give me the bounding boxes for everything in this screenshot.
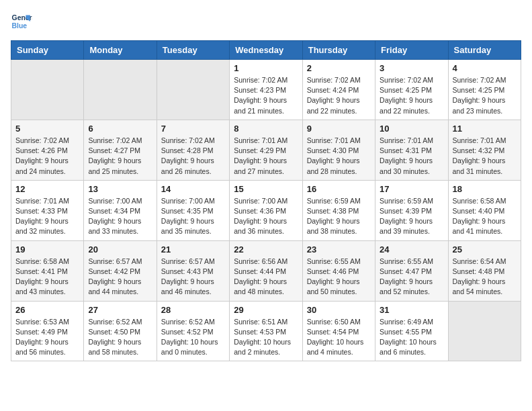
day-number: 13 (88, 184, 152, 194)
calendar-cell: 18Sunrise: 6:58 AMSunset: 4:40 PMDayligh… (448, 180, 521, 240)
day-number: 30 (307, 305, 371, 315)
calendar-cell (11, 60, 84, 120)
calendar-table: SundayMondayTuesdayWednesdayThursdayFrid… (11, 40, 521, 361)
calendar-week-4: 19Sunrise: 6:58 AMSunset: 4:41 PMDayligh… (11, 240, 521, 301)
day-number: 4 (453, 63, 517, 73)
calendar-cell: 20Sunrise: 6:57 AMSunset: 4:42 PMDayligh… (84, 240, 157, 301)
column-header-sunday: Sunday (11, 41, 84, 60)
calendar-cell: 11Sunrise: 7:01 AMSunset: 4:32 PMDayligh… (448, 120, 521, 180)
calendar-cell: 8Sunrise: 7:01 AMSunset: 4:29 PMDaylight… (230, 120, 302, 180)
calendar-cell: 2Sunrise: 7:02 AMSunset: 4:24 PMDaylight… (302, 60, 375, 120)
day-number: 27 (88, 305, 152, 315)
day-number: 17 (380, 184, 443, 194)
calendar-cell: 10Sunrise: 7:01 AMSunset: 4:31 PMDayligh… (375, 120, 448, 180)
day-number: 9 (307, 124, 371, 134)
day-number: 18 (453, 184, 517, 194)
calendar-cell: 16Sunrise: 6:59 AMSunset: 4:38 PMDayligh… (302, 180, 375, 240)
day-info: Sunrise: 6:50 AMSunset: 4:54 PMDaylight:… (307, 317, 371, 358)
day-number: 25 (453, 244, 517, 255)
calendar-header: SundayMondayTuesdayWednesdayThursdayFrid… (11, 41, 521, 60)
day-info: Sunrise: 7:00 AMSunset: 4:34 PMDaylight:… (88, 196, 152, 237)
column-header-thursday: Thursday (302, 41, 375, 60)
calendar-cell: 15Sunrise: 7:00 AMSunset: 4:36 PMDayligh… (230, 180, 302, 240)
calendar-cell: 31Sunrise: 6:49 AMSunset: 4:55 PMDayligh… (375, 301, 448, 361)
calendar-cell: 19Sunrise: 6:58 AMSunset: 4:41 PMDayligh… (11, 240, 84, 301)
day-number: 24 (380, 244, 443, 255)
day-info: Sunrise: 7:01 AMSunset: 4:30 PMDaylight:… (307, 136, 371, 177)
calendar-cell: 6Sunrise: 7:02 AMSunset: 4:27 PMDaylight… (84, 120, 157, 180)
day-number: 11 (453, 124, 517, 134)
calendar-cell (157, 60, 229, 120)
day-number: 29 (234, 305, 298, 315)
day-info: Sunrise: 7:00 AMSunset: 4:35 PMDaylight:… (161, 196, 225, 237)
day-info: Sunrise: 7:01 AMSunset: 4:32 PMDaylight:… (453, 136, 517, 177)
day-info: Sunrise: 7:02 AMSunset: 4:25 PMDaylight:… (380, 75, 443, 116)
day-info: Sunrise: 6:59 AMSunset: 4:38 PMDaylight:… (307, 196, 371, 237)
day-number: 16 (307, 184, 371, 194)
calendar-cell: 30Sunrise: 6:50 AMSunset: 4:54 PMDayligh… (302, 301, 375, 361)
day-number: 31 (380, 305, 443, 315)
day-info: Sunrise: 6:51 AMSunset: 4:53 PMDaylight:… (234, 317, 298, 358)
calendar-cell: 3Sunrise: 7:02 AMSunset: 4:25 PMDaylight… (375, 60, 448, 120)
day-number: 12 (15, 184, 79, 194)
calendar-cell: 28Sunrise: 6:52 AMSunset: 4:52 PMDayligh… (157, 301, 229, 361)
day-info: Sunrise: 6:58 AMSunset: 4:41 PMDaylight:… (15, 257, 79, 298)
day-number: 22 (234, 244, 298, 255)
calendar-cell: 24Sunrise: 6:55 AMSunset: 4:47 PMDayligh… (375, 240, 448, 301)
calendar-cell (448, 301, 521, 361)
calendar-cell: 9Sunrise: 7:01 AMSunset: 4:30 PMDaylight… (302, 120, 375, 180)
day-number: 7 (161, 124, 225, 134)
day-number: 5 (15, 124, 79, 134)
day-number: 3 (380, 63, 443, 73)
day-info: Sunrise: 6:49 AMSunset: 4:55 PMDaylight:… (380, 317, 443, 358)
calendar-cell: 5Sunrise: 7:02 AMSunset: 4:26 PMDaylight… (11, 120, 84, 180)
column-header-monday: Monday (84, 41, 157, 60)
calendar-cell: 12Sunrise: 7:01 AMSunset: 4:33 PMDayligh… (11, 180, 84, 240)
calendar-cell: 26Sunrise: 6:53 AMSunset: 4:49 PMDayligh… (11, 301, 84, 361)
day-number: 19 (15, 244, 79, 255)
day-info: Sunrise: 6:54 AMSunset: 4:48 PMDaylight:… (453, 257, 517, 298)
day-info: Sunrise: 7:00 AMSunset: 4:36 PMDaylight:… (234, 196, 298, 237)
calendar-cell: 17Sunrise: 6:59 AMSunset: 4:39 PMDayligh… (375, 180, 448, 240)
page-header: General Blue (11, 11, 521, 32)
svg-text:Blue: Blue (12, 22, 28, 30)
calendar-body: 1Sunrise: 7:02 AMSunset: 4:23 PMDaylight… (11, 60, 521, 361)
day-number: 8 (234, 124, 298, 134)
day-info: Sunrise: 6:55 AMSunset: 4:46 PMDaylight:… (307, 257, 371, 298)
day-number: 20 (88, 244, 152, 255)
calendar-cell: 22Sunrise: 6:56 AMSunset: 4:44 PMDayligh… (230, 240, 302, 301)
day-number: 2 (307, 63, 371, 73)
day-number: 23 (307, 244, 371, 255)
day-info: Sunrise: 7:02 AMSunset: 4:24 PMDaylight:… (307, 75, 371, 116)
calendar-cell: 13Sunrise: 7:00 AMSunset: 4:34 PMDayligh… (84, 180, 157, 240)
day-info: Sunrise: 7:01 AMSunset: 4:29 PMDaylight:… (234, 136, 298, 177)
day-info: Sunrise: 7:02 AMSunset: 4:23 PMDaylight:… (234, 75, 298, 116)
day-number: 26 (15, 305, 79, 315)
calendar-week-5: 26Sunrise: 6:53 AMSunset: 4:49 PMDayligh… (11, 301, 521, 361)
calendar-cell: 23Sunrise: 6:55 AMSunset: 4:46 PMDayligh… (302, 240, 375, 301)
day-number: 14 (161, 184, 225, 194)
day-info: Sunrise: 6:52 AMSunset: 4:52 PMDaylight:… (161, 317, 225, 358)
column-header-friday: Friday (375, 41, 448, 60)
calendar-cell: 7Sunrise: 7:02 AMSunset: 4:28 PMDaylight… (157, 120, 229, 180)
calendar-week-2: 5Sunrise: 7:02 AMSunset: 4:26 PMDaylight… (11, 120, 521, 180)
logo-icon: General Blue (11, 11, 32, 32)
day-number: 6 (88, 124, 152, 134)
day-info: Sunrise: 7:01 AMSunset: 4:33 PMDaylight:… (15, 196, 79, 237)
day-info: Sunrise: 6:56 AMSunset: 4:44 PMDaylight:… (234, 257, 298, 298)
day-info: Sunrise: 6:59 AMSunset: 4:39 PMDaylight:… (380, 196, 443, 237)
calendar-cell: 4Sunrise: 7:02 AMSunset: 4:25 PMDaylight… (448, 60, 521, 120)
calendar-cell: 27Sunrise: 6:52 AMSunset: 4:50 PMDayligh… (84, 301, 157, 361)
day-info: Sunrise: 7:02 AMSunset: 4:26 PMDaylight:… (15, 136, 79, 177)
logo: General Blue (11, 11, 32, 32)
column-header-wednesday: Wednesday (230, 41, 302, 60)
day-info: Sunrise: 6:58 AMSunset: 4:40 PMDaylight:… (453, 196, 517, 237)
calendar-cell (84, 60, 157, 120)
calendar-cell: 14Sunrise: 7:00 AMSunset: 4:35 PMDayligh… (157, 180, 229, 240)
day-number: 21 (161, 244, 225, 255)
column-header-saturday: Saturday (448, 41, 521, 60)
calendar-week-1: 1Sunrise: 7:02 AMSunset: 4:23 PMDaylight… (11, 60, 521, 120)
day-info: Sunrise: 6:57 AMSunset: 4:42 PMDaylight:… (88, 257, 152, 298)
calendar-cell: 25Sunrise: 6:54 AMSunset: 4:48 PMDayligh… (448, 240, 521, 301)
day-info: Sunrise: 6:53 AMSunset: 4:49 PMDaylight:… (15, 317, 79, 358)
